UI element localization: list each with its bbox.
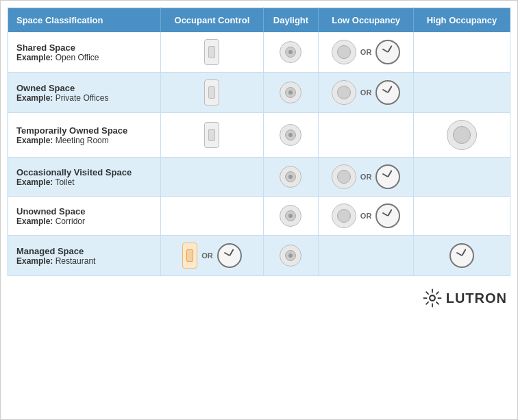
main-container: Space Classification Occupant Control Da…: [1, 1, 517, 283]
high-occupancy-cell: [413, 158, 510, 197]
space-classification-cell: Managed SpaceExample: Restaurant: [8, 236, 161, 276]
high-occupancy-cell: [413, 236, 510, 276]
space-classification-cell: Owned SpaceExample: Private Offices: [8, 73, 161, 113]
clock-icon: [375, 203, 400, 228]
space-name: Shared Space: [16, 42, 155, 53]
daylight-sensor-icon: [280, 124, 301, 146]
daylight-sensor-icon: [280, 205, 301, 227]
col-space-classification: Space Classification: [8, 8, 161, 33]
occupant-control-cell: OR: [161, 236, 264, 276]
high-occupancy-cell: [413, 197, 510, 236]
low-occupancy-cell: OR: [319, 73, 414, 113]
space-classification-cell: Shared SpaceExample: Open Office: [8, 32, 161, 73]
svg-line-4: [426, 292, 428, 294]
high-occupancy-cell: [413, 113, 510, 158]
daylight-cell: [263, 236, 319, 276]
space-example: Example: Meeting Room: [16, 136, 155, 145]
space-classification-cell: Unowned SpaceExample: Corridor: [8, 197, 161, 236]
table-row: Occasionally Visited SpaceExample: Toile…: [8, 158, 510, 197]
daylight-sensor-icon: [280, 82, 301, 103]
daylight-cell: [263, 32, 319, 73]
clock-icon: [449, 243, 474, 268]
daylight-sensor-icon: [280, 245, 301, 267]
or-label: OR: [360, 88, 372, 97]
clock-icon: [217, 243, 242, 268]
daylight-cell: [263, 158, 319, 197]
clock-icon: [375, 164, 400, 189]
table-row: Temporarily Owned SpaceExample: Meeting …: [8, 113, 510, 158]
space-name: Occasionally Visited Space: [16, 167, 155, 177]
col-daylight: Daylight: [263, 8, 319, 33]
or-label: OR: [360, 48, 372, 56]
or-label: OR: [201, 251, 213, 260]
daylight-cell: [263, 113, 319, 158]
switch-icon: [204, 79, 219, 106]
motion-sensor-icon: [332, 203, 356, 228]
footer: LUTRON: [1, 283, 517, 313]
low-occupancy-cell: OR: [319, 32, 414, 73]
space-classification-cell: Occasionally Visited SpaceExample: Toile…: [8, 158, 161, 197]
table-row: Owned SpaceExample: Private OfficesOR: [8, 73, 510, 113]
col-high-occupancy: High Occupancy: [413, 8, 510, 33]
daylight-sensor-icon: [280, 41, 301, 63]
lutron-brand-text: LUTRON: [446, 291, 507, 306]
space-classification-cell: Temporarily Owned SpaceExample: Meeting …: [8, 113, 161, 158]
occupant-control-cell: [161, 197, 264, 236]
space-name: Managed Space: [16, 246, 155, 256]
daylight-cell: [263, 197, 319, 236]
col-occupant-control: Occupant Control: [161, 8, 264, 33]
table-row: Managed SpaceExample: RestaurantOR: [8, 236, 510, 276]
occupant-control-cell: [161, 73, 264, 113]
low-occupancy-cell: [319, 236, 414, 276]
table-row: Shared SpaceExample: Open OfficeOR: [8, 32, 510, 73]
low-occupancy-cell: OR: [319, 197, 414, 236]
motion-sensor-icon: [332, 40, 356, 64]
space-example: Example: Restaurant: [16, 256, 155, 266]
motion-sensor-icon: [332, 164, 356, 189]
svg-line-6: [436, 292, 439, 294]
low-occupancy-cell: OR: [319, 158, 414, 197]
col-low-occupancy: Low Occupancy: [319, 8, 414, 33]
clock-icon: [375, 40, 400, 64]
clock-icon: [375, 80, 400, 105]
lutron-sunburst-icon: [423, 288, 442, 308]
low-occupancy-cell: [319, 113, 414, 158]
daylight-cell: [263, 73, 319, 113]
or-label: OR: [360, 212, 372, 220]
header-row: Space Classification Occupant Control Da…: [8, 8, 510, 33]
svg-line-5: [436, 302, 439, 304]
switch-icon: [204, 122, 219, 148]
space-name: Owned Space: [16, 83, 155, 93]
high-occupancy-cell: [413, 73, 510, 113]
space-example: Example: Toilet: [16, 177, 155, 187]
motion-sensor-icon: [332, 80, 356, 105]
occupant-control-cell: [161, 32, 264, 73]
daylight-sensor-icon: [280, 166, 301, 188]
table-row: Unowned SpaceExample: CorridorOR: [8, 197, 510, 236]
space-example: Example: Corridor: [16, 217, 155, 226]
switch-icon: [182, 243, 197, 269]
space-name: Temporarily Owned Space: [16, 125, 155, 136]
space-name: Unowned Space: [16, 206, 155, 217]
space-example: Example: Private Offices: [16, 93, 155, 103]
svg-point-9: [430, 296, 434, 300]
occupant-control-cell: [161, 158, 264, 197]
svg-line-7: [426, 302, 428, 304]
occupant-control-cell: [161, 113, 264, 158]
high-occupancy-cell: [413, 32, 510, 73]
space-example: Example: Open Office: [16, 53, 155, 62]
switch-icon: [204, 39, 219, 65]
or-label: OR: [360, 173, 372, 181]
motion-sensor-icon: [447, 120, 477, 150]
classification-table: Space Classification Occupant Control Da…: [8, 8, 510, 276]
